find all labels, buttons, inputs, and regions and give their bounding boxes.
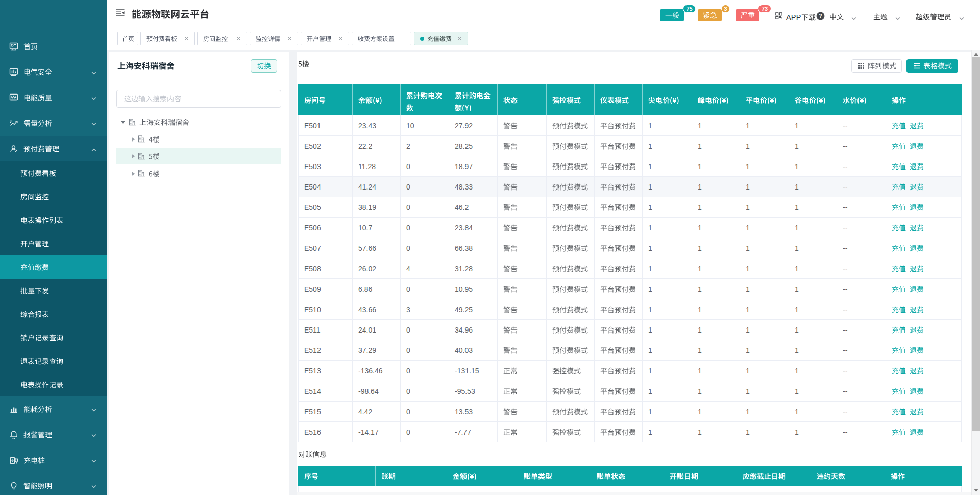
svg-text:?: ?	[819, 13, 822, 19]
